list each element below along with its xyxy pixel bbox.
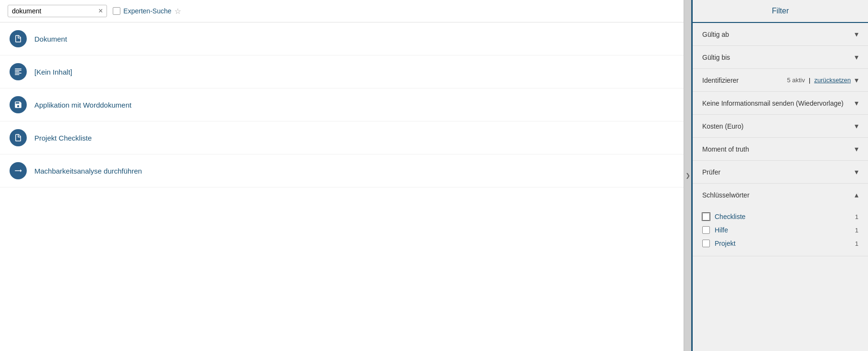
filter-section-title-gueltig_bis: Gültig bis: [702, 54, 730, 61]
keyword-item[interactable]: Hilfe1: [702, 223, 858, 237]
filter-section-title-schluesselwoerter: Schlüsselwörter: [702, 191, 750, 199]
chevron-up-icon: ▴: [855, 190, 858, 199]
filter-section-gueltig_ab: Gültig ab▾: [693, 23, 868, 46]
result-title: Applikation mit Worddokument: [34, 101, 131, 109]
filter-section-header-keine_informationsmail[interactable]: Keine Informationsmail senden (Wiedervor…: [693, 92, 868, 114]
chevron-right-icon: ❯: [686, 172, 690, 179]
filter-section-title-kosten: Kosten (Euro): [702, 122, 743, 130]
result-title: Dokument: [34, 35, 67, 43]
experten-suche-link[interactable]: Experten-Suche: [123, 7, 171, 15]
chevron-down-icon: ▾: [855, 76, 858, 85]
filter-section-title-pruefer: Prüfer: [702, 168, 720, 176]
filter-section-header-gueltig_ab[interactable]: Gültig ab▾: [693, 23, 868, 45]
keyword-label: Projekt: [715, 240, 850, 247]
filter-section-title-identifizierer: Identifizierer: [702, 77, 739, 84]
filter-section-header-pruefer[interactable]: Prüfer▾: [693, 161, 868, 183]
main-content: × Experten-Suche ☆ Dokument[Kein Inhalt]…: [0, 0, 684, 351]
keyword-count: 1: [855, 227, 858, 234]
clear-icon[interactable]: ×: [98, 7, 103, 15]
chevron-down-icon: ▾: [855, 144, 858, 154]
filter-section-schluesselwoerter: Schlüsselwörter▴Checkliste1Hilfe1Projekt…: [693, 184, 868, 256]
result-icon-document: [10, 129, 27, 146]
filter-section-meta-moment_of_truth: ▾: [855, 144, 858, 154]
filter-separator: |: [809, 77, 810, 84]
filter-section-gueltig_bis: Gültig bis▾: [693, 46, 868, 69]
filter-header: Filter: [693, 0, 868, 23]
keyword-label: Checkliste: [715, 213, 850, 220]
result-icon-document: [10, 30, 27, 47]
star-icon[interactable]: ☆: [174, 7, 181, 16]
result-item[interactable]: Applikation mit Worddokument: [0, 88, 684, 121]
result-title: Projekt Checkliste: [34, 134, 92, 142]
right-panel-wrapper: ❯ Filter Gültig ab▾Gültig bis▾Identifizi…: [684, 0, 868, 351]
result-item[interactable]: Projekt Checkliste: [0, 121, 684, 154]
keyword-count: 1: [855, 240, 858, 247]
filter-section-title-keine_informationsmail: Keine Informationsmail senden (Wiedervor…: [702, 99, 844, 107]
keyword-count: 1: [855, 213, 858, 220]
result-title: Machbarkeitsanalyse durchführen: [34, 167, 142, 175]
filter-section-keine_informationsmail: Keine Informationsmail senden (Wiedervor…: [693, 92, 868, 115]
filter-section-header-gueltig_bis[interactable]: Gültig bis▾: [693, 46, 868, 68]
filter-panel: Filter Gültig ab▾Gültig bis▾Identifizier…: [691, 0, 868, 351]
filter-section-header-schluesselwoerter[interactable]: Schlüsselwörter▴: [693, 184, 868, 206]
search-input[interactable]: [12, 7, 96, 15]
search-bar: × Experten-Suche ☆: [0, 0, 684, 22]
experten-checkbox-icon[interactable]: [113, 7, 120, 15]
filter-section-identifizierer: Identifizierer5 aktiv | zurücksetzen▾: [693, 69, 868, 92]
filter-section-meta-identifizierer: 5 aktiv | zurücksetzen▾: [787, 76, 858, 85]
collapse-panel-button[interactable]: ❯: [684, 0, 691, 351]
filter-section-meta-keine_informationsmail: ▾: [855, 99, 858, 108]
keyword-checkbox[interactable]: [702, 213, 710, 220]
result-icon-disk: [10, 96, 27, 113]
filter-section-content-keywords: Checkliste1Hilfe1Projekt1: [693, 206, 868, 256]
result-item[interactable]: Dokument: [0, 22, 684, 55]
filter-section-moment_of_truth: Moment of truth▾: [693, 138, 868, 161]
result-icon-text: [10, 63, 27, 80]
keyword-item[interactable]: Projekt1: [702, 237, 858, 250]
filter-active-count: 5 aktiv: [787, 77, 805, 84]
filter-section-meta-pruefer: ▾: [855, 167, 858, 176]
filter-section-meta-gueltig_ab: ▾: [855, 30, 858, 39]
filter-section-header-kosten[interactable]: Kosten (Euro)▾: [693, 115, 868, 137]
experten-wrapper: Experten-Suche ☆: [113, 7, 181, 16]
search-input-wrapper[interactable]: ×: [8, 5, 107, 17]
keyword-checkbox[interactable]: [702, 240, 710, 247]
result-icon-arrow: [10, 162, 27, 179]
results-list: Dokument[Kein Inhalt]Applikation mit Wor…: [0, 22, 684, 351]
result-item[interactable]: Machbarkeitsanalyse durchführen: [0, 154, 684, 187]
filter-reset-link[interactable]: zurücksetzen: [814, 77, 851, 84]
filter-section-pruefer: Prüfer▾: [693, 161, 868, 184]
chevron-down-icon: ▾: [855, 167, 858, 176]
filter-section-header-moment_of_truth[interactable]: Moment of truth▾: [693, 138, 868, 160]
chevron-down-icon: ▾: [855, 99, 858, 108]
filter-section-title-moment_of_truth: Moment of truth: [702, 145, 749, 153]
result-item[interactable]: [Kein Inhalt]: [0, 55, 684, 88]
filter-section-title-gueltig_ab: Gültig ab: [702, 31, 729, 38]
keyword-label: Hilfe: [715, 226, 850, 234]
filter-section-meta-gueltig_bis: ▾: [855, 53, 858, 62]
filter-section-meta-schluesselwoerter: ▴: [855, 190, 858, 199]
filter-section-kosten: Kosten (Euro)▾: [693, 115, 868, 138]
chevron-down-icon: ▾: [855, 30, 858, 39]
keyword-item[interactable]: Checkliste1: [702, 210, 858, 223]
chevron-down-icon: ▾: [855, 53, 858, 62]
filter-section-meta-kosten: ▾: [855, 121, 858, 131]
keyword-checkbox[interactable]: [702, 226, 710, 234]
filter-section-header-identifizierer[interactable]: Identifizierer5 aktiv | zurücksetzen▾: [693, 69, 868, 91]
result-title: [Kein Inhalt]: [34, 68, 72, 76]
chevron-down-icon: ▾: [855, 121, 858, 131]
